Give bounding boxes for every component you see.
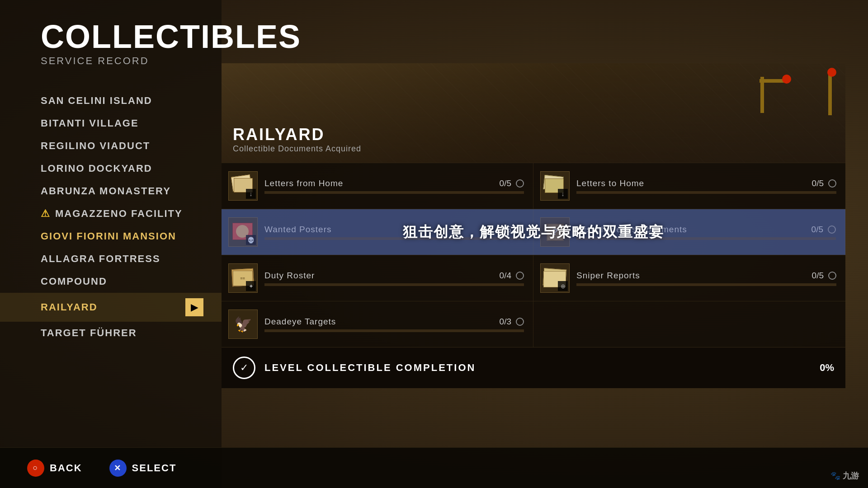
grid-cell-letters-to: ↓ Letters to Home 0/5: [533, 163, 845, 209]
sidebar-item-target[interactable]: TARGET FÜHRER: [41, 322, 222, 344]
collectible-name: Letters to Home: [576, 178, 644, 188]
grid-cell-deadeye: 🦅 Deadeye Targets 0/3: [222, 301, 533, 347]
back-button-circle: ○: [27, 460, 44, 477]
watermark-icon: 🐾: [830, 471, 840, 480]
signal-light-2: [827, 68, 836, 77]
progress-bar-bg: [576, 191, 836, 194]
nav-label: MAGAZZENO FACILITY: [55, 208, 183, 220]
sidebar-item-lorino[interactable]: LORINO DOCKYARD: [41, 157, 222, 180]
active-arrow-icon: ▶: [185, 298, 203, 316]
progress-bar-bg: [264, 283, 524, 286]
collectible-row-4: 🦅 Deadeye Targets 0/3: [222, 301, 845, 347]
nav-label: GIOVI FIORINI MANSION: [41, 230, 176, 242]
collectible-count: 0/5: [812, 178, 836, 188]
bottom-bar: ○ BACK ✕ SELECT: [0, 447, 868, 488]
sidebar-item-regilino[interactable]: REGILINO VIADUCT: [41, 135, 222, 157]
sidebar-item-magazzeno[interactable]: ⚠ MAGAZZENO FACILITY: [41, 202, 222, 225]
progress-bar-bg: [576, 283, 836, 286]
sidebar-item-railyard[interactable]: RAILYARD ▶: [0, 293, 222, 322]
watermark: 🐾 九游: [830, 470, 859, 481]
sidebar-item-abrunza[interactable]: ABRUNZA MONASTERY: [41, 180, 222, 202]
collectible-name: Sniper Reports: [576, 271, 640, 281]
count-circle: [516, 272, 524, 280]
completion-check-icon: ✓: [233, 357, 255, 379]
location-info: RAILYARD Collectible Documents Acquired: [233, 125, 361, 154]
completion-row: ✓ LEVEL COLLECTIBLE COMPLETION 0%: [222, 347, 845, 388]
collectible-name: Letters from Home: [264, 178, 343, 188]
collectible-count: 0/3: [500, 317, 524, 327]
sidebar-item-giovi[interactable]: GIOVI FIORINI MANSION: [41, 225, 222, 248]
nav-label: BITANTI VILLAGE: [41, 117, 139, 129]
collectible-count: 0/4: [500, 271, 524, 281]
progress-bar-bg: [264, 329, 524, 332]
grid-cell-sniper: ⊕ Sniper Reports 0/5: [533, 255, 845, 301]
select-button-circle: ✕: [109, 460, 127, 477]
collectible-info: Duty Roster 0/4: [264, 271, 524, 286]
collectible-info: Deadeye Targets 0/3: [264, 317, 524, 332]
nav-label: COMPOUND: [41, 276, 107, 287]
nav-label: TARGET FÜHRER: [41, 327, 137, 339]
right-panel: RAILYARD Collectible Documents Acquired …: [222, 63, 845, 434]
back-button[interactable]: ○ BACK: [27, 460, 82, 477]
collectible-icon-letters-home: ↓: [228, 171, 258, 201]
location-name: RAILYARD: [233, 125, 361, 144]
collectible-icon-duty: ≡≡ ✦: [228, 263, 258, 293]
collectible-info: Letters from Home 0/5: [264, 178, 524, 194]
collectible-row-3: ≡≡ ✦ Duty Roster 0/4: [222, 255, 845, 301]
sidebar-item-allagra[interactable]: ALLAGRA FORTRESS: [41, 248, 222, 270]
count-circle: [828, 272, 836, 280]
chinese-text: 狙击创意，解锁视觉与策略的双重盛宴: [403, 222, 664, 242]
nav-label: LORINO DOCKYARD: [41, 163, 152, 174]
collectible-icon-deadeye: 🦅: [228, 310, 258, 339]
collectible-count: 0/5: [812, 271, 836, 281]
collectible-name: Duty Roster: [264, 271, 315, 281]
select-label: SELECT: [132, 462, 177, 474]
sub-icon-crosshair: ⊕: [558, 281, 568, 291]
count-circle: [828, 179, 836, 188]
completion-label: LEVEL COLLECTIBLE COMPLETION: [264, 362, 811, 374]
nav-label: RAILYARD: [41, 301, 98, 313]
collectibles-grid: ↓ Letters from Home 0/5: [222, 163, 845, 388]
sub-icon-duty: ✦: [246, 281, 256, 291]
back-label: BACK: [50, 462, 82, 474]
page-title: COLLECTIBLES: [41, 20, 222, 53]
select-button[interactable]: ✕ SELECT: [109, 460, 177, 477]
collectible-info: Letters to Home 0/5: [576, 178, 836, 194]
nav-label: ABRUNZA MONASTERY: [41, 185, 171, 197]
collectible-info: Sniper Reports 0/5: [576, 271, 836, 286]
page-subtitle: SERVICE RECORD: [41, 55, 222, 67]
left-panel: COLLECTIBLES SERVICE RECORD SAN CELINI I…: [0, 0, 222, 488]
chinese-overlay: 狙击创意，解锁视觉与策略的双重盛宴: [222, 209, 845, 255]
collectible-count: 0/5: [500, 178, 524, 188]
sidebar-item-compound[interactable]: COMPOUND: [41, 270, 222, 293]
count-circle: [516, 179, 524, 188]
warning-icon: ⚠: [41, 208, 51, 220]
collectible-name: Deadeye Targets: [264, 317, 336, 327]
grid-cell-duty: ≡≡ ✦ Duty Roster 0/4: [222, 255, 533, 301]
collectible-row-1: ↓ Letters from Home 0/5: [222, 163, 845, 209]
nav-label: ALLAGRA FORTRESS: [41, 253, 160, 265]
sub-icon-down: ↓: [246, 189, 256, 199]
watermark-text: 九游: [843, 471, 859, 480]
collectible-row-2: 💀 Wanted Posters 0/5: [222, 209, 845, 255]
nav-label: REGILINO VIADUCT: [41, 140, 150, 152]
signal-light-1: [782, 75, 791, 84]
sidebar-item-bitanti[interactable]: BITANTI VILLAGE: [41, 112, 222, 135]
grid-cell-empty: [533, 301, 845, 347]
collectible-icon-letters-to: ↓: [540, 171, 570, 201]
grid-cell-letters-home: ↓ Letters from Home 0/5: [222, 163, 533, 209]
eagle-icon: 🦅: [234, 317, 252, 332]
sidebar-item-san-celini[interactable]: SAN CELINI ISLAND: [41, 89, 222, 112]
progress-bar-bg: [264, 191, 524, 194]
count-circle: [516, 318, 524, 326]
location-image: RAILYARD Collectible Documents Acquired: [222, 63, 845, 163]
completion-percent: 0%: [820, 362, 834, 374]
sub-icon-down2: ↓: [558, 189, 568, 199]
location-description: Collectible Documents Acquired: [233, 144, 361, 154]
nav-label: SAN CELINI ISLAND: [41, 95, 152, 107]
signal-post-2: [828, 70, 832, 115]
nav-list: SAN CELINI ISLAND BITANTI VILLAGE REGILI…: [41, 89, 222, 344]
collectible-icon-sniper: ⊕: [540, 263, 570, 293]
